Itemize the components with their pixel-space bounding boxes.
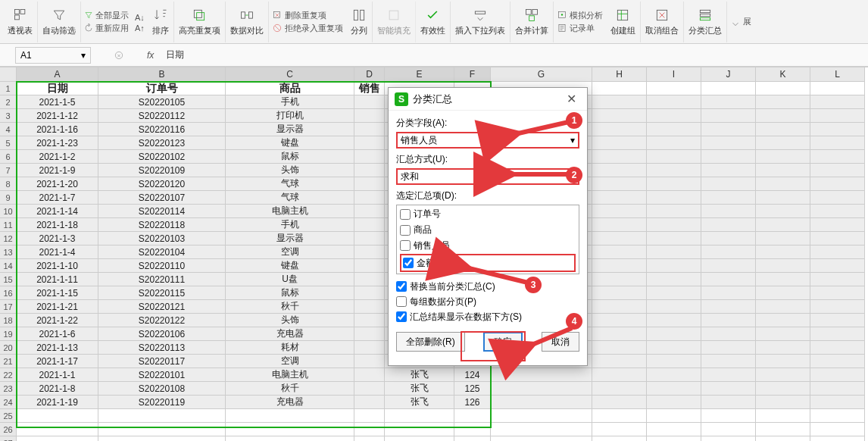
cell[interactable] [354,327,385,341]
col-header-A[interactable]: A [17,67,98,82]
items-listbox[interactable]: 订单号 商品 销售人员 金额 [396,205,579,274]
cell[interactable]: 2021-1-22 [17,314,98,327]
cell[interactable] [647,246,701,259]
cell[interactable]: S20220103 [98,232,226,246]
cell[interactable] [756,436,810,441]
expand-button[interactable]: 展 [730,16,751,27]
cell[interactable] [647,109,701,123]
dropdown-button[interactable]: 插入下拉列表 [451,2,510,42]
cell[interactable] [701,150,756,164]
cell[interactable] [756,327,810,341]
cell[interactable]: S20220109 [98,164,226,177]
col-header-I[interactable]: I [647,67,701,82]
cell[interactable]: 2021-1-10 [17,259,98,273]
cell[interactable] [354,273,385,286]
row-header[interactable]: 18 [0,314,17,327]
cell[interactable] [647,95,701,109]
cell[interactable] [756,136,810,150]
cell[interactable] [810,382,865,396]
cell[interactable]: 2021-1-12 [17,109,98,123]
cell[interactable]: 头饰 [226,164,354,177]
cell[interactable]: 鼠标 [226,150,354,164]
cell[interactable] [226,409,354,423]
row-header[interactable]: 13 [0,246,17,259]
cell[interactable] [592,150,647,164]
cell[interactable] [810,191,865,205]
cell[interactable] [354,246,385,259]
cell[interactable] [354,177,385,191]
cell[interactable] [385,409,454,423]
cell[interactable] [592,82,647,95]
cell[interactable] [592,286,647,300]
cell[interactable]: 充电器 [226,327,354,341]
cell[interactable] [592,246,647,259]
row-header[interactable]: 2 [0,95,17,109]
cell[interactable]: 2021-1-5 [17,95,98,109]
pagebreak-checkbox[interactable]: 每组数据分页(P) [396,294,579,309]
cell[interactable] [647,355,701,368]
cell[interactable]: U盘 [226,273,354,286]
row-header[interactable]: 23 [0,382,17,396]
cell[interactable]: 2021-1-15 [17,286,98,300]
row-header[interactable]: 21 [0,355,17,368]
autofilter-button[interactable]: 自动筛选 [38,2,81,42]
cell[interactable] [354,218,385,232]
cell[interactable] [17,436,98,441]
col-header-H[interactable]: H [592,67,647,82]
cell[interactable] [647,300,701,314]
cell[interactable]: 订单号 [98,82,226,95]
cell[interactable] [810,368,865,382]
row-header[interactable]: 14 [0,259,17,273]
col-header-J[interactable]: J [701,67,756,82]
row-header[interactable]: 16 [0,286,17,300]
cell[interactable] [592,109,647,123]
cell[interactable] [354,382,385,396]
cell[interactable] [810,314,865,327]
cell[interactable] [810,232,865,246]
item-checkbox[interactable]: 商品 [400,223,576,238]
cell[interactable] [592,423,647,436]
cell[interactable] [592,436,647,441]
cell[interactable] [592,95,647,109]
cell[interactable]: 电脑主机 [226,368,354,382]
replace-checkbox[interactable]: 替换当前分类汇总(C) [396,279,579,294]
cell[interactable]: S20220111 [98,273,226,286]
checkbox[interactable] [396,311,407,322]
cell[interactable] [756,95,810,109]
cell[interactable]: 2021-1-18 [17,218,98,232]
smartfill-button[interactable]: 智能填充 [373,2,416,42]
cell[interactable]: S20220112 [98,109,226,123]
cell[interactable] [701,164,756,177]
cell[interactable]: 显示器 [226,123,354,136]
cell[interactable] [354,286,385,300]
cell[interactable] [647,191,701,205]
cell[interactable] [491,436,592,441]
reject-dup-button[interactable]: 拒绝录入重复项 [272,23,343,34]
dialog-titlebar[interactable]: S 分类汇总 ✕ [389,88,587,111]
cell[interactable]: 2021-1-20 [17,177,98,191]
cell[interactable] [647,314,701,327]
cell[interactable] [592,259,647,273]
cell[interactable]: 2021-1-2 [17,150,98,164]
checkbox[interactable] [400,209,411,220]
cell[interactable] [354,314,385,327]
cell[interactable] [756,341,810,355]
cell[interactable] [756,300,810,314]
row-header[interactable]: 27 [0,436,17,441]
cell[interactable] [491,382,592,396]
cell[interactable]: 2021-1-19 [17,396,98,409]
cell[interactable] [491,409,592,423]
cell[interactable] [385,423,454,436]
row-header[interactable]: 17 [0,300,17,314]
cell[interactable]: 2021-1-6 [17,327,98,341]
cell[interactable] [354,109,385,123]
cell[interactable] [647,136,701,150]
cell[interactable] [701,95,756,109]
cell[interactable] [701,314,756,327]
cell[interactable]: S20220119 [98,396,226,409]
row-header[interactable]: 10 [0,205,17,218]
cell[interactable] [701,382,756,396]
split-button[interactable]: 分列 [346,2,373,42]
cell[interactable] [810,82,865,95]
cell[interactable] [756,150,810,164]
